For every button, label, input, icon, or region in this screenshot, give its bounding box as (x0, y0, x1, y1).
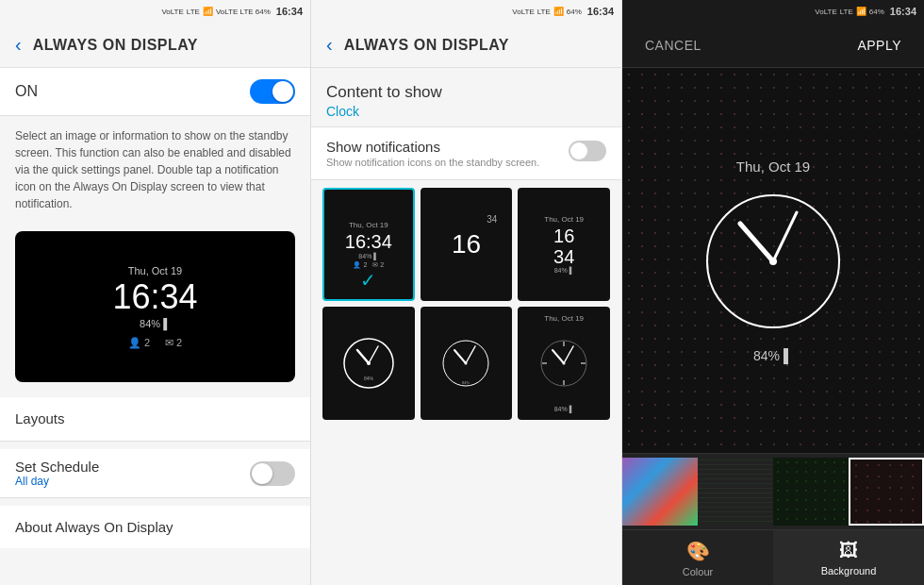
battery-icon-left: VoLTE LTE 64% (216, 8, 271, 16)
status-icons-right: VoLTE LTE 📶 64% (815, 7, 884, 16)
lte-icon-r: LTE (840, 8, 853, 16)
clock6-battery: 84% ▌ (554, 406, 574, 412)
svg-point-8 (465, 362, 468, 365)
battery-bar-icon: ▌ (163, 318, 171, 329)
clock-option-1-inner: Thu, Oct 19 16:34 84% ▌ 👤 2✉ 2 (345, 221, 392, 269)
clock3-hour: 16 (553, 226, 574, 246)
nav-bar-left: ‹ ALWAYS ON DISPLAY (0, 23, 310, 68)
selected-checkmark: ✓ (360, 269, 376, 292)
bottom-bar: 🎨 Colour 🖼 Background (622, 453, 924, 585)
preview-container: Thu, Oct 19 16:34 84% ▌ 👤 2 ✉ 2 (15, 231, 295, 382)
battery-pct-m: 64% (567, 8, 582, 16)
bg-thumb-3[interactable] (773, 458, 849, 526)
status-icons-middle: VoLTE LTE 📶 64% (512, 7, 582, 16)
clock-option-3[interactable]: Thu, Oct 19 16 34 84% ▌ (518, 188, 610, 301)
tab-colour[interactable]: 🎨 Colour (622, 530, 773, 585)
analog-clock-6 (536, 335, 592, 392)
clock2-hour: 16 (452, 231, 481, 258)
signal-icon-r: 📶 (856, 7, 866, 16)
status-bar-right: VoLTE LTE 📶 64% 16:34 (622, 0, 924, 23)
clock-option-6[interactable]: Thu, Oct 19 84% ▌ (518, 307, 610, 420)
panel-middle: VoLTE LTE 📶 64% 16:34 ‹ ALWAYS ON DISPLA… (311, 0, 622, 585)
content-value: Clock (326, 104, 606, 119)
toggle-label: ON (15, 83, 38, 100)
nav-bar-middle: ‹ ALWAYS ON DISPLAY (311, 23, 621, 68)
clock2-min: 34 (487, 214, 497, 230)
show-notifications-row[interactable]: Show notifications Show notification ico… (311, 126, 621, 180)
clock-option-1[interactable]: Thu, Oct 19 16:34 84% ▌ 👤 2✉ 2 ✓ (322, 188, 415, 301)
clock1-time: 16:34 (345, 231, 392, 253)
layouts-item[interactable]: Layouts (0, 397, 310, 442)
svg-line-2 (369, 346, 378, 363)
notif-title: Show notifications (326, 139, 539, 155)
about-row[interactable]: About Always On Display (0, 506, 310, 548)
bg-thumb-4[interactable] (849, 458, 924, 526)
schedule-toggle[interactable] (250, 461, 295, 486)
content-title: Content to show (326, 83, 606, 102)
volte-icon-m: VoLTE (512, 8, 534, 16)
battery-icon-r: ▌ (784, 348, 793, 363)
panel-left: VoLTE LTE 📶 VoLTE LTE 64% 16:34 ‹ ALWAYS… (0, 0, 311, 585)
status-bar-left: VoLTE LTE 📶 VoLTE LTE 64% 16:34 (0, 0, 310, 23)
clock3-min: 34 (553, 246, 574, 267)
preview-notif-2: ✉ 2 (165, 337, 182, 349)
clock-option-4[interactable]: 84% (322, 307, 415, 420)
schedule-label: Set Schedule (15, 459, 99, 475)
battery-pct-r: 64% (869, 8, 884, 16)
background-thumbnails (622, 454, 924, 529)
clock1-date: Thu, Oct 19 (349, 221, 388, 229)
clock-option-2-inner: 16 34 (452, 231, 481, 258)
volte-icon: VoLTE (161, 8, 183, 16)
apply-button[interactable]: APPLY (857, 38, 901, 53)
clock-option-5[interactable]: 84% (421, 307, 513, 420)
content-section[interactable]: Content to show Clock (311, 68, 621, 126)
clock3-battery: 84% ▌ (554, 267, 574, 274)
right-nav-bar: CANCEL APPLY (622, 23, 924, 68)
schedule-sublabel: All day (15, 475, 99, 488)
preview-notifications: 👤 2 ✉ 2 (128, 337, 182, 349)
description-text: Select an image or information to show o… (0, 116, 310, 224)
svg-line-6 (454, 350, 466, 363)
back-button-left[interactable]: ‹ (15, 34, 22, 56)
preview-time: 16:34 (112, 280, 197, 314)
lte-icon-m: LTE (537, 8, 551, 16)
status-time-middle: 16:34 (587, 6, 614, 17)
clock6-date: Thu, Oct 19 (544, 314, 584, 323)
page-title-left: ALWAYS ON DISPLAY (33, 37, 198, 54)
svg-point-17 (563, 362, 566, 365)
svg-line-16 (564, 346, 573, 363)
analog-clock-4: 84% (340, 335, 397, 392)
layouts-label: Layouts (15, 410, 65, 426)
colour-tab-label: Colour (683, 566, 713, 577)
preview-battery: 84% ▌ (140, 318, 171, 329)
about-label: About Always On Display (15, 519, 173, 535)
background-tab-label: Background (821, 565, 877, 577)
cancel-button[interactable]: CANCEL (645, 38, 701, 53)
show-notif-text: Show notifications Show notification ico… (326, 139, 539, 168)
notifications-toggle[interactable] (569, 141, 606, 161)
signal-icon: 📶 (203, 7, 213, 16)
always-on-toggle-row: ON (0, 68, 310, 116)
clock-option-2[interactable]: 16 34 (421, 188, 513, 301)
clock1-notifs: 👤 2✉ 2 (353, 261, 384, 269)
bg-thumb-2[interactable] (698, 458, 773, 526)
colour-icon: 🎨 (686, 540, 710, 562)
always-on-toggle[interactable] (250, 79, 295, 104)
schedule-row[interactable]: Set Schedule All day (0, 449, 310, 498)
schedule-text: Set Schedule All day (15, 459, 99, 488)
bottom-tabs: 🎨 Colour 🖼 Background (622, 529, 924, 585)
clock-options-grid: Thu, Oct 19 16:34 84% ▌ 👤 2✉ 2 ✓ 16 34 T… (311, 180, 621, 427)
signal-icon-m: 📶 (553, 7, 564, 16)
bg-thumb-1[interactable] (622, 458, 698, 526)
right-preview-date: Thu, Oct 19 (736, 159, 810, 175)
svg-line-20 (773, 212, 797, 261)
svg-line-7 (466, 346, 475, 363)
status-time-left: 16:34 (276, 6, 303, 17)
tab-background[interactable]: 🖼 Background (773, 530, 924, 585)
analog-clock-large (698, 186, 849, 337)
svg-point-21 (769, 258, 777, 265)
lte-icon: LTE (187, 8, 200, 16)
svg-text:84%: 84% (462, 380, 470, 385)
back-button-middle[interactable]: ‹ (326, 34, 333, 56)
panel-right: VoLTE LTE 📶 64% 16:34 CANCEL APPLY Thu, … (622, 0, 924, 585)
